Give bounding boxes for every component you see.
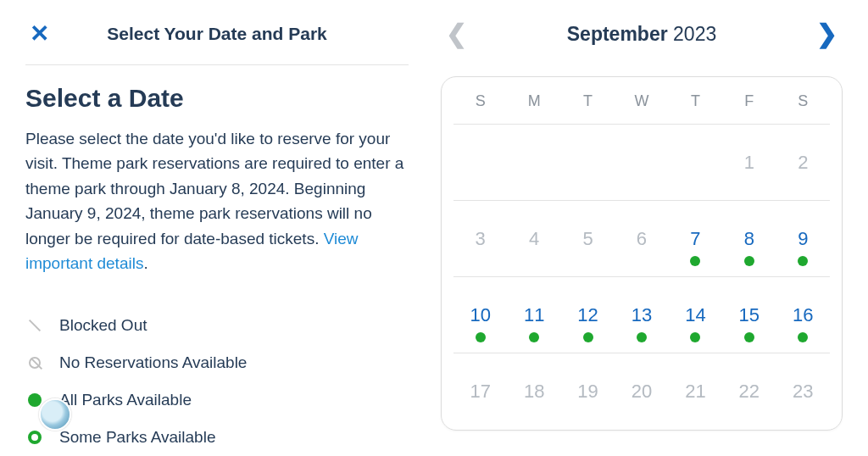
legend: Blocked Out No Reservations Available Al… [25,307,409,456]
next-month-button[interactable]: ❯ [816,21,837,47]
calendar-day: 23 [776,353,830,430]
calendar-header: ❮ September 2023 ❯ [441,15,843,53]
close-icon: ✕ [30,22,49,46]
calendar-day [507,125,560,200]
legend-blocked-out: Blocked Out [25,307,409,344]
day-number: 1 [744,152,754,174]
calendar-day: 21 [669,353,722,430]
section-heading: Select a Date [25,84,409,113]
legend-label: All Parks Available [59,391,192,409]
calendar-day: 2 [776,125,830,200]
avatar[interactable] [39,398,71,431]
legend-label: Blocked Out [59,316,147,335]
availability-dot-icon [690,256,700,266]
calendar-day [615,125,668,200]
calendar-week-row: 12 [453,125,830,201]
availability-dot-icon [476,332,486,342]
weekday-label: M [507,92,560,110]
calendar-day: 5 [561,201,615,276]
availability-dot-icon [690,332,700,342]
calendar-week-row: 10111213141516 [453,277,830,353]
legend-some-parks: Some Parks Available [25,419,409,456]
day-number: 20 [632,381,652,403]
calendar-day [561,125,615,200]
calendar-day: 22 [722,353,776,430]
day-number: 15 [739,304,760,326]
day-number: 9 [798,228,808,250]
day-number: 13 [632,304,652,326]
calendar-day[interactable]: 13 [615,277,668,353]
instruction-text: Please select the date you'd like to res… [25,126,407,276]
day-number: 17 [470,381,490,403]
day-number: 12 [577,304,598,326]
divider [25,64,409,65]
no-reservations-icon [25,353,44,372]
close-button[interactable]: ✕ [25,20,53,47]
day-number: 8 [744,228,754,250]
month-year-label: September 2023 [467,23,816,46]
calendar-day[interactable]: 9 [776,201,830,276]
calendar-day[interactable]: 14 [669,277,722,353]
calendar-day: 3 [453,201,507,276]
availability-dot-icon [744,332,754,342]
day-number: 7 [690,228,700,250]
day-number: 2 [798,152,808,174]
instruction-body-end: . [143,254,147,272]
calendar-day[interactable]: 8 [722,201,776,276]
day-number: 16 [793,304,813,326]
weekday-label: F [722,92,776,110]
calendar-day[interactable]: 12 [561,277,615,353]
day-number: 11 [524,304,544,326]
availability-dot-icon [744,256,754,266]
legend-all-parks: All Parks Available [25,381,409,419]
legend-label: No Reservations Available [59,353,247,372]
calendar-day: 4 [507,201,560,276]
calendar-day[interactable]: 15 [722,277,776,353]
day-number: 19 [577,381,598,403]
weekday-row: SMTWTFS [453,92,830,125]
prev-month-button[interactable]: ❮ [446,21,467,47]
day-number: 14 [685,304,705,326]
day-number: 6 [637,228,647,250]
calendar-day: 20 [615,353,668,430]
year: 2023 [673,23,716,45]
blocked-out-icon [25,316,44,335]
calendar-week-row: 3456789 [453,201,830,277]
weekday-label: W [615,92,668,110]
calendar-day [453,125,507,200]
day-number: 21 [685,381,705,403]
calendar-day[interactable]: 11 [507,277,560,353]
day-number: 22 [739,381,760,403]
calendar-day: 17 [453,353,507,430]
availability-dot-icon [798,332,808,342]
weekday-label: T [669,92,722,110]
calendar-day [669,125,722,200]
weekday-label: T [561,92,615,110]
month-name: September [567,23,668,45]
page-title: Select Your Date and Park [25,24,409,44]
day-number: 4 [529,228,539,250]
calendar-day: 6 [615,201,668,276]
day-number: 3 [476,228,486,250]
legend-no-reservations: No Reservations Available [25,344,409,381]
calendar-day[interactable]: 16 [776,277,830,353]
availability-dot-icon [798,256,808,266]
day-number: 10 [470,304,490,326]
availability-dot-icon [529,332,539,342]
day-number: 18 [524,381,544,403]
calendar-week-row: 17181920212223 [453,353,830,430]
day-number: 5 [582,228,593,250]
left-header: ✕ Select Your Date and Park [25,15,409,53]
calendar-grid: SMTWTFS 12345678910111213141516171819202… [441,76,843,431]
calendar-day[interactable]: 7 [669,201,722,276]
calendar-day: 19 [561,353,615,430]
availability-dot-icon [637,332,647,342]
calendar-day: 1 [722,125,776,200]
weekday-label: S [453,92,507,110]
calendar-day[interactable]: 10 [453,277,507,353]
legend-label: Some Parks Available [59,428,215,447]
some-parks-icon [25,428,44,447]
weekday-label: S [776,92,830,110]
availability-dot-icon [583,332,593,342]
calendar-day: 18 [507,353,560,430]
